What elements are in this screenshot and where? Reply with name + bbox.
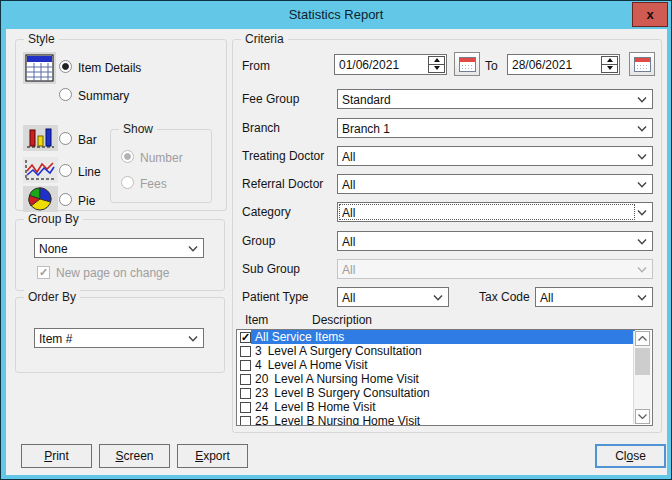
from-label: From [242, 59, 270, 73]
list-item[interactable]: 23Level B Surgery Consultation [237, 386, 635, 400]
treating-doctor-value: All [342, 150, 355, 164]
chevron-down-icon [637, 210, 647, 216]
checkbox-unchecked-icon[interactable] [240, 374, 251, 385]
vertical-scrollbar[interactable] [633, 331, 651, 424]
tax-code-value: All [540, 291, 553, 305]
criteria-group-label: Criteria [241, 32, 288, 46]
summary-radio[interactable] [59, 88, 72, 101]
to-calendar-button[interactable] [629, 52, 655, 76]
category-value: All [342, 206, 355, 220]
close-button-bottom[interactable]: Close [595, 444, 666, 468]
item-details-radio-label: Item Details [78, 61, 141, 75]
sub-group-value: All [342, 263, 355, 277]
chevron-down-icon [637, 182, 647, 188]
list-item[interactable]: 24Level B Home Visit [237, 400, 635, 414]
criteria-group: Criteria From 01/06/2021 To 28/06/2021 [232, 39, 662, 433]
export-button[interactable]: Export [177, 444, 248, 468]
checkbox-unchecked-icon[interactable] [240, 402, 251, 413]
sub-group-label: Sub Group [242, 262, 300, 276]
checkbox-unchecked-icon[interactable] [240, 416, 251, 427]
patient-type-select[interactable]: All [337, 287, 449, 307]
order-by-value: Item # [39, 332, 72, 346]
list-item[interactable]: 20Level A Nursing Home Visit [237, 372, 635, 386]
checkbox-unchecked-icon[interactable] [240, 346, 251, 357]
list-item[interactable]: 4Level A Home Visit [237, 358, 635, 372]
to-date-field[interactable]: 28/06/2021 [507, 54, 620, 75]
calendar-icon [634, 57, 651, 72]
fee-group-value: Standard [342, 93, 391, 107]
group-by-group: Group By None ✓ New page on change [15, 219, 225, 291]
service-items-list[interactable]: ✓ All Service Items 3Level A Surgery Con… [236, 329, 653, 426]
scrollbar-thumb[interactable] [635, 348, 650, 375]
scroll-down-icon[interactable] [635, 409, 650, 424]
show-number-radio [121, 150, 134, 163]
show-group-label: Show [119, 122, 157, 136]
list-item[interactable]: ✓ All Service Items [237, 330, 635, 344]
style-group-label: Style [24, 32, 59, 46]
screen-button[interactable]: Screen [99, 444, 170, 468]
fee-group-select[interactable]: Standard [337, 89, 653, 109]
line-radio[interactable] [59, 164, 72, 177]
checkbox-unchecked-icon[interactable] [240, 388, 251, 399]
chevron-down-icon [637, 126, 647, 132]
line-radio-label: Line [78, 165, 101, 179]
order-by-select[interactable]: Item # [34, 328, 204, 348]
pie-radio[interactable] [59, 193, 72, 206]
treating-doctor-select[interactable]: All [337, 146, 653, 166]
chevron-down-icon [188, 246, 198, 252]
referral-doctor-select[interactable]: All [337, 174, 653, 194]
group-select[interactable]: All [337, 231, 653, 251]
close-button[interactable]: x [632, 2, 668, 27]
list-item[interactable]: 25Level B Nursing Home Visit [237, 414, 635, 426]
chevron-down-icon [637, 97, 647, 103]
print-button[interactable]: Print [21, 444, 92, 468]
group-by-select[interactable]: None [34, 238, 204, 258]
show-fees-label: Fees [140, 177, 167, 191]
to-date-value: 28/06/2021 [512, 58, 572, 72]
spin-up-icon[interactable] [429, 57, 444, 65]
list-item[interactable]: 3Level A Surgery Consultation [237, 344, 635, 358]
category-label: Category [242, 205, 291, 219]
group-label: Group [242, 234, 275, 248]
summary-radio-label: Summary [78, 89, 129, 103]
bar-chart-icon [23, 125, 58, 151]
show-group: Show Number Fees [110, 129, 212, 203]
window-title: Statistics Report [1, 7, 671, 22]
from-date-spinner[interactable] [428, 56, 445, 73]
order-by-group: Order By Item # [15, 297, 225, 373]
from-date-field[interactable]: 01/06/2021 [334, 54, 447, 75]
patient-type-label: Patient Type [242, 290, 309, 304]
treating-doctor-label: Treating Doctor [242, 149, 324, 163]
branch-value: Branch 1 [342, 122, 390, 136]
checkbox-checked-icon[interactable]: ✓ [240, 332, 251, 343]
item-details-radio[interactable] [59, 60, 72, 73]
bar-radio[interactable] [59, 132, 72, 145]
spin-down-icon[interactable] [429, 65, 444, 73]
branch-select[interactable]: Branch 1 [337, 118, 653, 138]
from-calendar-button[interactable] [454, 52, 480, 76]
sub-group-select: All [337, 259, 653, 279]
close-x-icon: x [646, 7, 653, 22]
group-by-label: Group By [24, 212, 83, 226]
from-date-value: 01/06/2021 [339, 58, 399, 72]
chevron-down-icon [433, 295, 443, 301]
chevron-down-icon [637, 239, 647, 245]
category-select[interactable]: All [337, 202, 653, 222]
tax-code-select[interactable]: All [535, 287, 653, 307]
new-page-checkbox-label: New page on change [56, 266, 169, 280]
spin-up-icon[interactable] [602, 57, 617, 65]
order-by-label: Order By [24, 290, 80, 304]
spin-down-icon[interactable] [602, 65, 617, 73]
scroll-up-icon[interactable] [635, 331, 650, 346]
list-header-item: Item [245, 313, 268, 327]
list-header-description: Description [312, 313, 372, 327]
statistics-report-dialog: Statistics Report x Style Item Details [0, 0, 672, 480]
referral-doctor-value: All [342, 178, 355, 192]
style-group: Style Item Details Summary [15, 39, 227, 211]
dialog-body: Style Item Details Summary [6, 29, 667, 475]
checkbox-unchecked-icon[interactable] [240, 360, 251, 371]
new-page-checkbox: ✓ [37, 266, 50, 279]
to-date-spinner[interactable] [601, 56, 618, 73]
title-bar[interactable]: Statistics Report x [1, 1, 671, 29]
group-by-value: None [39, 242, 68, 256]
